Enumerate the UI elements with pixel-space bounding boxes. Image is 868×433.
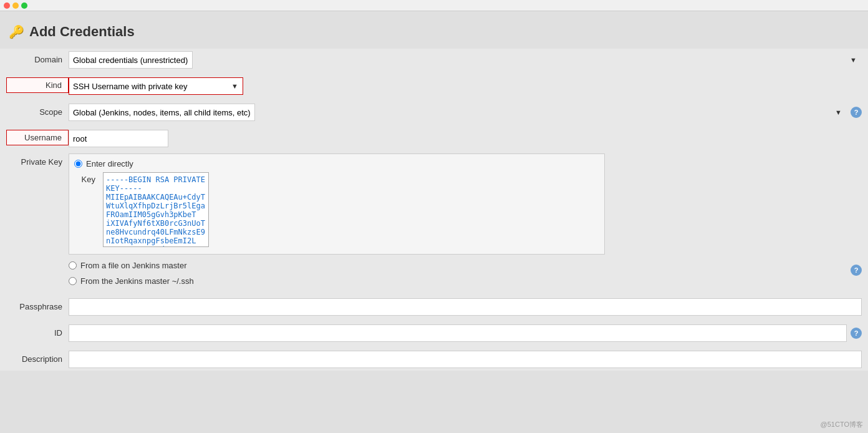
passphrase-control-wrap (69, 298, 862, 316)
other-radio-row: From a file on Jenkins master From the J… (6, 258, 862, 292)
kind-control-wrap: SSH Username with private key ▼ (69, 77, 862, 95)
domain-control-wrap: Global credentials (unrestricted) ▼ (69, 51, 862, 69)
kind-select[interactable]: SSH Username with private key (69, 77, 243, 95)
id-control-wrap: ? (69, 324, 862, 342)
key-icon: 🔑 (9, 24, 24, 39)
scope-select[interactable]: Global (Jenkins, nodes, items, all child… (69, 104, 255, 121)
form-section: Domain Global credentials (unrestricted)… (0, 49, 868, 371)
scope-help-icon[interactable]: ? (851, 107, 862, 118)
private-key-help-icon[interactable]: ? (851, 265, 862, 276)
kind-row: Kind SSH Username with private key ▼ (6, 75, 862, 97)
top-bar (0, 0, 868, 11)
traffic-light-green[interactable] (21, 2, 27, 9)
from-ssh-radio[interactable] (69, 277, 77, 285)
page-title: Add Credentials (29, 24, 135, 40)
description-label: Description (6, 351, 69, 364)
passphrase-input[interactable] (69, 298, 862, 316)
id-input[interactable] (69, 324, 847, 342)
scope-label: Scope (6, 104, 69, 117)
from-file-row: From a file on Jenkins master (69, 261, 187, 270)
kind-select-wrapper: SSH Username with private key ▼ (69, 77, 243, 95)
scope-dropdown-arrow: ▼ (835, 109, 842, 116)
enter-directly-radio[interactable] (74, 160, 82, 168)
domain-select[interactable]: Global credentials (unrestricted) (69, 51, 193, 69)
traffic-light-yellow[interactable] (12, 2, 19, 9)
other-radio-wrap: From a file on Jenkins master From the J… (69, 261, 848, 289)
enter-directly-row: Enter directly (74, 159, 599, 168)
username-input[interactable] (69, 130, 168, 147)
id-help-icon[interactable]: ? (851, 328, 862, 339)
traffic-light-red[interactable] (4, 2, 10, 9)
from-file-label[interactable]: From a file on Jenkins master (80, 261, 187, 270)
key-label: Key (74, 172, 99, 184)
from-ssh-label[interactable]: From the Jenkins master ~/.ssh (80, 276, 194, 286)
id-label: ID (6, 324, 69, 338)
description-control-wrap (69, 351, 862, 368)
watermark: @51CTO博客 (821, 420, 863, 429)
username-row: Username (6, 127, 862, 150)
description-input[interactable] (69, 351, 862, 368)
username-control-wrap (69, 130, 862, 147)
private-key-section: Private Key Enter directly Key -----BEGI… (6, 153, 862, 255)
other-radio-spacer (6, 261, 69, 265)
scope-row: Scope Global (Jenkins, nodes, items, all… (6, 101, 862, 124)
id-row: ID ? (6, 322, 862, 344)
passphrase-label: Passphrase (6, 298, 69, 311)
from-file-radio[interactable] (69, 261, 77, 270)
scope-control-wrap: Global (Jenkins, nodes, items, all child… (69, 104, 862, 121)
private-key-content: Enter directly Key -----BEGIN RSA PRIVAT… (69, 153, 605, 255)
domain-row: Domain Global credentials (unrestricted)… (6, 49, 862, 71)
scope-select-wrapper: Global (Jenkins, nodes, items, all child… (69, 104, 847, 121)
page-container: 🔑 Add Credentials Domain Global credenti… (0, 11, 868, 433)
username-label: Username (6, 130, 69, 145)
private-key-label: Private Key (6, 153, 69, 167)
description-row: Description (6, 348, 862, 371)
page-title-row: 🔑 Add Credentials (0, 17, 868, 49)
domain-select-wrapper: Global credentials (unrestricted) ▼ (69, 51, 862, 69)
key-textarea[interactable]: -----BEGIN RSA PRIVATE KEY----- MIIEpAIB… (103, 172, 209, 247)
key-textarea-wrap: -----BEGIN RSA PRIVATE KEY----- MIIEpAIB… (103, 172, 599, 249)
passphrase-row: Passphrase (6, 296, 862, 318)
domain-label: Domain (6, 51, 69, 64)
enter-directly-label[interactable]: Enter directly (86, 159, 133, 168)
domain-dropdown-arrow: ▼ (850, 56, 857, 64)
kind-label: Kind (6, 77, 69, 93)
from-ssh-row: From the Jenkins master ~/.ssh (69, 276, 194, 286)
key-row: Key -----BEGIN RSA PRIVATE KEY----- MIIE… (74, 172, 599, 249)
